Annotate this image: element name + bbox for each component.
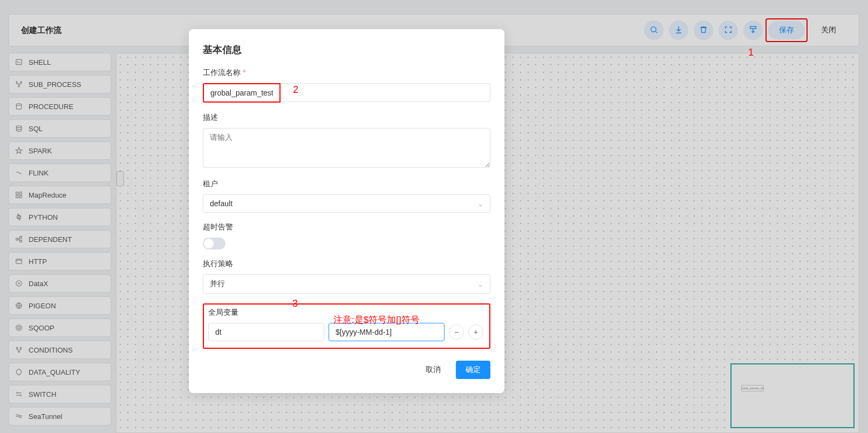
minus-icon: −	[454, 328, 459, 336]
tenant-select[interactable]: default	[203, 194, 490, 213]
annotation-3: 3	[292, 298, 298, 309]
annotation-2: 2	[293, 84, 298, 96]
remove-param-button[interactable]: −	[449, 324, 464, 340]
workflow-name-label: 工作流名称*	[203, 68, 490, 78]
add-param-button[interactable]: +	[468, 324, 483, 340]
description-label: 描述	[203, 113, 490, 123]
description-input[interactable]	[203, 128, 490, 168]
global-var-key-input[interactable]	[208, 323, 324, 341]
annotation-1: 1	[748, 47, 754, 58]
input-extension[interactable]	[281, 83, 490, 102]
strategy-label: 执行策略	[203, 259, 490, 269]
tenant-label: 租户	[203, 179, 490, 189]
timeout-switch[interactable]	[203, 238, 225, 249]
modal-title: 基本信息	[203, 43, 490, 56]
cancel-button[interactable]: 取消	[418, 361, 448, 379]
workflow-info-modal: 基本信息 工作流名称* 描述 租户 default ⌄ 超时告警 执行策略 并行…	[189, 29, 504, 393]
confirm-button[interactable]: 确定	[456, 361, 490, 379]
global-variable-section: 全局变量 − +	[203, 303, 490, 349]
strategy-select[interactable]: 并行	[203, 274, 490, 294]
annotation-note: 注意:是$符号加[]符号	[333, 314, 420, 326]
timeout-label: 超时告警	[203, 222, 490, 232]
workflow-name-input[interactable]	[203, 83, 281, 103]
required-mark: *	[243, 68, 245, 77]
plus-icon: +	[474, 328, 478, 336]
